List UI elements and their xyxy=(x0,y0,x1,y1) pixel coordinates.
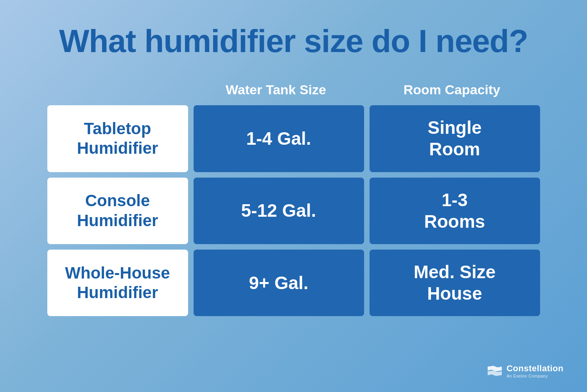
whole-house-room-capacity: Med. SizeHouse xyxy=(370,250,540,316)
logo-text-group: Constellation An Exelon Company xyxy=(506,363,564,378)
logo-subtitle: An Exelon Company xyxy=(506,374,548,378)
room-capacity-header: Room Capacity xyxy=(364,78,540,101)
table-row: Whole-HouseHumidifier 9+ Gal. Med. SizeH… xyxy=(47,250,540,316)
water-tank-size-header: Water Tank Size xyxy=(188,78,364,101)
page-title: What humidifier size do I need? xyxy=(59,23,528,59)
constellation-logo-icon xyxy=(487,365,503,377)
table-row: ConsoleHumidifier 5-12 Gal. 1-3Rooms xyxy=(47,178,540,244)
header-empty-cell xyxy=(47,78,188,101)
whole-house-humidifier-label: Whole-HouseHumidifier xyxy=(47,250,188,316)
console-humidifier-label: ConsoleHumidifier xyxy=(47,178,188,244)
logo-company-name: Constellation xyxy=(506,363,564,374)
console-water-tank: 5-12 Gal. xyxy=(194,178,364,244)
table-header-row: Water Tank Size Room Capacity xyxy=(47,78,540,101)
comparison-table: Water Tank Size Room Capacity TabletopHu… xyxy=(47,78,540,316)
logo-area: Constellation An Exelon Company xyxy=(487,363,564,378)
tabletop-water-tank: 1-4 Gal. xyxy=(194,105,364,172)
table-row: TabletopHumidifier 1-4 Gal. SingleRoom xyxy=(47,105,540,172)
table-body: TabletopHumidifier 1-4 Gal. SingleRoom C… xyxy=(47,105,540,316)
console-room-capacity: 1-3Rooms xyxy=(370,178,540,244)
tabletop-room-capacity: SingleRoom xyxy=(370,105,540,172)
tabletop-humidifier-label: TabletopHumidifier xyxy=(47,105,188,172)
whole-house-water-tank: 9+ Gal. xyxy=(194,250,364,316)
